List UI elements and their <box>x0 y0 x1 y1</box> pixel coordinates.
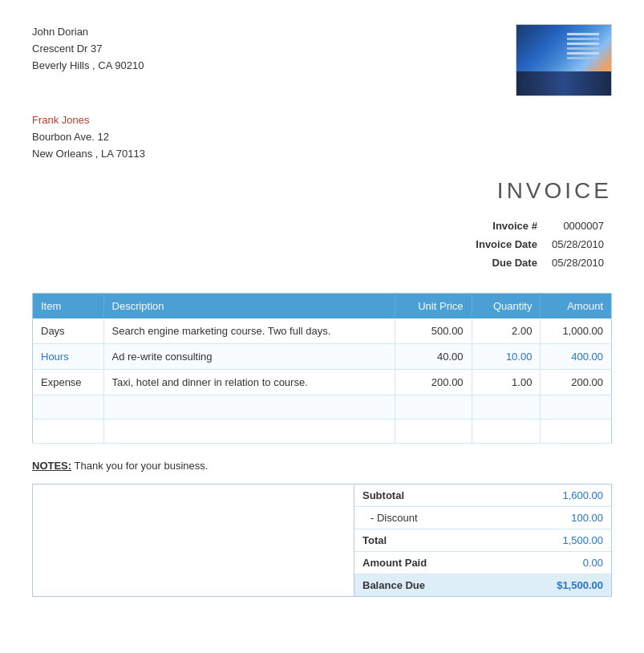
invoice-title: INVOICE <box>497 178 612 204</box>
row3-unit-price: 200.00 <box>395 370 472 395</box>
discount-value: 100.00 <box>499 507 611 529</box>
empty-row-1 <box>33 395 612 420</box>
sender-name: John Dorian <box>32 24 144 41</box>
totals-left <box>33 485 354 596</box>
total-value: 1,500.00 <box>499 529 611 552</box>
col-unit-price: Unit Price <box>395 294 472 319</box>
paid-label: Amount Paid <box>354 552 499 574</box>
items-table: Item Description Unit Price Quantity Amo… <box>32 293 612 444</box>
row3-amount: 200.00 <box>541 370 612 395</box>
header-section: John Dorian Crescent Dr 37 Beverly Hills… <box>32 24 612 96</box>
invoice-date-label: Invoice Date <box>469 236 544 253</box>
balance-value: $1,500.00 <box>499 574 611 597</box>
invoice-details: Invoice # 0000007 Invoice Date 05/28/201… <box>32 216 612 273</box>
table-header: Item Description Unit Price Quantity Amo… <box>33 294 612 319</box>
invoice-due-row: Due Date 05/28/2010 <box>469 254 610 271</box>
invoice-due-value: 05/28/2010 <box>545 254 610 271</box>
discount-row: - Discount 100.00 <box>354 507 611 529</box>
row2-description: Ad re-write consulting <box>103 344 395 370</box>
sender-street: Crescent Dr 37 <box>32 41 144 58</box>
invoice-number-label: Invoice # <box>469 217 544 234</box>
sender-city: Beverly Hills , CA 90210 <box>32 58 144 75</box>
sender-info: John Dorian Crescent Dr 37 Beverly Hills… <box>32 24 144 74</box>
total-label: Total <box>354 529 499 552</box>
table-row: Expense Taxi, hotel and dinner in relati… <box>33 370 612 395</box>
row2-amount: 400.00 <box>541 344 612 370</box>
row1-quantity: 2.00 <box>472 318 541 344</box>
invoice-number-row: Invoice # 0000007 <box>469 217 610 234</box>
col-description: Description <box>103 294 395 319</box>
empty-row-2 <box>33 420 612 444</box>
row3-description: Taxi, hotel and dinner in relation to co… <box>103 370 395 395</box>
row3-quantity: 1.00 <box>472 370 541 395</box>
notes-text: Thank you for your business. <box>75 460 209 472</box>
table-row: Hours Ad re-write consulting 40.00 10.00… <box>33 344 612 370</box>
row1-amount: 1,000.00 <box>541 318 612 344</box>
row1-description: Search engine marketing course. Two full… <box>103 318 395 344</box>
invoice-due-label: Due Date <box>469 254 544 271</box>
paid-value: 0.00 <box>499 552 611 574</box>
invoice-number-value: 0000007 <box>545 217 610 234</box>
row3-item: Expense <box>33 370 104 395</box>
col-amount: Amount <box>541 294 612 319</box>
row2-unit-price: 40.00 <box>395 344 472 370</box>
paid-row: Amount Paid 0.00 <box>354 552 611 574</box>
totals-table: Subtotal 1,600.00 - Discount 100.00 Tota… <box>354 485 611 596</box>
col-quantity: Quantity <box>472 294 541 319</box>
subtotal-value: 1,600.00 <box>499 485 611 507</box>
row2-quantity: 10.00 <box>472 344 541 370</box>
total-row: Total 1,500.00 <box>354 529 611 552</box>
recipient-info: Frank Jones Bourbon Ave. 12 New Orleans … <box>32 112 612 162</box>
balance-label: Balance Due <box>354 574 499 597</box>
invoice-date-value: 05/28/2010 <box>545 236 610 253</box>
table-row: Days Search engine marketing course. Two… <box>33 318 612 344</box>
subtotal-row: Subtotal 1,600.00 <box>354 485 611 507</box>
recipient-street: Bourbon Ave. 12 <box>32 129 612 146</box>
totals-right: Subtotal 1,600.00 - Discount 100.00 Tota… <box>354 485 611 596</box>
row2-item: Hours <box>33 344 104 370</box>
subtotal-label: Subtotal <box>354 485 499 507</box>
table-body: Days Search engine marketing course. Two… <box>33 318 612 444</box>
invoice-date-row: Invoice Date 05/28/2010 <box>469 236 610 253</box>
invoice-title-section: INVOICE <box>32 178 612 204</box>
table-header-row: Item Description Unit Price Quantity Amo… <box>33 294 612 319</box>
discount-label: - Discount <box>354 507 499 529</box>
recipient-name: Frank Jones <box>32 112 612 129</box>
balance-row: Balance Due $1,500.00 <box>354 574 611 597</box>
invoice-details-table: Invoice # 0000007 Invoice Date 05/28/201… <box>468 216 612 273</box>
row1-item: Days <box>33 318 104 344</box>
col-item: Item <box>33 294 104 319</box>
recipient-city: New Orleans , LA 70113 <box>32 146 612 163</box>
notes-section: NOTES: Thank you for your business. <box>32 460 612 472</box>
row1-unit-price: 500.00 <box>395 318 472 344</box>
header-image <box>516 24 612 96</box>
totals-section: Subtotal 1,600.00 - Discount 100.00 Tota… <box>32 484 612 597</box>
notes-label: NOTES: <box>32 460 71 472</box>
